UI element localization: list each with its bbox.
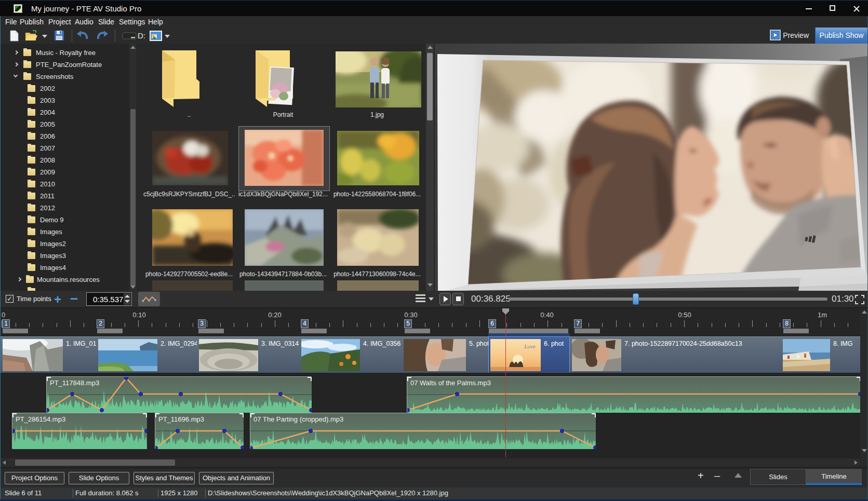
svg-text:Love: Love (524, 343, 536, 349)
